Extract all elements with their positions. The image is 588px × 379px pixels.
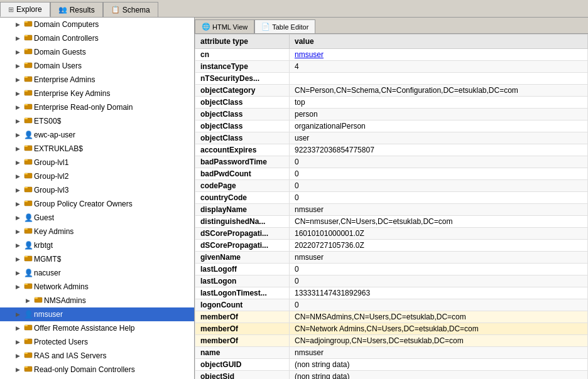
table-row[interactable]: givenNamenmsuser (195, 252, 588, 264)
tree-item-nacuser[interactable]: ▶👤nacuser (0, 266, 194, 280)
table-row[interactable]: accountExpires9223372036854775807 (195, 144, 588, 156)
attr-cell: givenName (195, 252, 290, 264)
expand-arrow-icon[interactable]: ▶ (13, 228, 23, 235)
value-cell[interactable]: nmsuser (290, 49, 588, 61)
tree-item-group-policy-creator-owners[interactable]: ▶Group Policy Creator Owners (0, 197, 194, 211)
tree-item-ewc-ap-user[interactable]: ▶👤ewc-ap-user (0, 128, 194, 142)
table-row[interactable]: objectGUID(non string data) (195, 359, 588, 371)
expand-arrow-icon[interactable]: ▶ (13, 284, 23, 290)
attr-cell: instanceType (195, 61, 290, 73)
table-row[interactable]: memberOfCN=NMSAdmins,CN=Users,DC=etsukla… (195, 311, 588, 323)
tab-schema[interactable]: 📋 Schema (103, 2, 158, 17)
tree-item-domain-users[interactable]: ▶Domain Users (0, 59, 194, 73)
attr-cell: objectClass (195, 97, 290, 109)
expand-arrow-icon[interactable]: ▶ (13, 118, 23, 124)
table-row[interactable]: badPasswordTime0 (195, 156, 588, 168)
tree-item-group-lvl2[interactable]: ▶Group-lvl2 (0, 169, 194, 183)
tab-html-view-label: HTML View (212, 23, 248, 31)
table-container[interactable]: attribute type value cnnmsuserinstanceTy… (195, 34, 588, 379)
tree-item-mgmt[interactable]: ▶MGMT$ (0, 252, 194, 266)
expand-arrow-icon[interactable]: ▶ (13, 201, 23, 207)
item-type-icon (33, 296, 44, 306)
tab-results[interactable]: 👥 Results (50, 2, 103, 17)
table-row[interactable]: lastLogoff0 (195, 264, 588, 275)
table-row[interactable]: objectClassperson (195, 109, 588, 120)
tree-container[interactable]: ▶Domain Computers▶Domain Controllers▶Dom… (0, 18, 194, 379)
expand-arrow-icon[interactable]: ▶ (13, 146, 23, 152)
expand-arrow-icon[interactable]: ▶ (13, 353, 23, 359)
expand-arrow-icon[interactable]: ▶ (13, 21, 23, 28)
table-row[interactable]: objectClassuser (195, 132, 588, 144)
table-row[interactable]: dSCorePropagati...20220727105736.0Z (195, 240, 588, 252)
table-row[interactable]: objectCategoryCN=Person,CN=Schema,CN=Con… (195, 85, 588, 97)
table-row[interactable]: displayNamenmsuser (195, 204, 588, 216)
tree-item-enterprise-admins[interactable]: ▶Enterprise Admins (0, 73, 194, 87)
table-row[interactable]: lastLogon0 (195, 275, 588, 287)
tree-item-protected-users[interactable]: ▶Protected Users (0, 335, 194, 349)
table-row[interactable]: cnnmsuser (195, 49, 588, 61)
expand-arrow-icon[interactable]: ▶ (23, 297, 33, 304)
right-panel: 🌐 HTML View 📄 Table Editor attribute typ… (195, 18, 588, 379)
tree-item-group-lvl3[interactable]: ▶Group-lvl3 (0, 183, 194, 197)
expand-arrow-icon[interactable]: ▶ (13, 311, 23, 318)
tree-item-ets00[interactable]: ▶ETS00$ (0, 114, 194, 128)
expand-arrow-icon[interactable]: ▶ (13, 215, 23, 221)
expand-arrow-icon[interactable]: ▶ (13, 90, 23, 97)
table-row[interactable]: objectClassorganizationalPerson (195, 120, 588, 132)
expand-arrow-icon[interactable]: ▶ (13, 77, 23, 83)
expand-arrow-icon[interactable]: ▶ (13, 270, 23, 276)
table-row[interactable]: objectSid(non string data) (195, 371, 588, 380)
tree-item-domain-controllers[interactable]: ▶Domain Controllers (0, 31, 194, 45)
table-row[interactable]: lastLogonTimest...133331147431892963 (195, 287, 588, 299)
tree-item-enterprise-key-admins[interactable]: ▶Enterprise Key Admins (0, 87, 194, 100)
tree-item-extruklab[interactable]: ▶EXTRUKLAB$ (0, 142, 194, 156)
attr-cell: objectClass (195, 132, 290, 144)
tree-item-network-admins[interactable]: ▶Network Admins (0, 280, 194, 294)
tree-item-enterprise-readonly-domain[interactable]: ▶Enterprise Read-only Domain (0, 100, 194, 114)
attr-cell: badPwdCount (195, 168, 290, 180)
tree-item-root[interactable]: ▶👤root (0, 376, 194, 379)
expand-arrow-icon[interactable]: ▶ (13, 159, 23, 166)
tab-explore[interactable]: ⊞ Explore (0, 2, 50, 17)
expand-arrow-icon[interactable]: ▶ (13, 63, 23, 69)
attr-cell: logonCount (195, 299, 290, 311)
expand-arrow-icon[interactable]: ▶ (13, 325, 23, 331)
table-row[interactable]: logonCount0 (195, 299, 588, 311)
expand-arrow-icon[interactable]: ▶ (13, 187, 23, 193)
expand-arrow-icon[interactable]: ▶ (13, 366, 23, 373)
table-row[interactable]: codePage0 (195, 180, 588, 192)
table-row[interactable]: countryCode0 (195, 192, 588, 204)
tree-item-readonly-domain-controllers[interactable]: ▶Read-only Domain Controllers (0, 363, 194, 376)
table-row[interactable]: badPwdCount0 (195, 168, 588, 180)
tree-item-krbtgt[interactable]: ▶👤krbtgt (0, 238, 194, 252)
table-row[interactable]: dSCorePropagati...16010101000001.0Z (195, 228, 588, 240)
tree-item-ras-ias-servers[interactable]: ▶RAS and IAS Servers (0, 349, 194, 363)
expand-arrow-icon[interactable]: ▶ (13, 242, 23, 248)
expand-arrow-icon[interactable]: ▶ (13, 104, 23, 110)
left-panel: ▶Domain Computers▶Domain Controllers▶Dom… (0, 18, 195, 379)
expand-arrow-icon[interactable]: ▶ (13, 173, 23, 179)
tree-item-offer-remote[interactable]: ▶Offer Remote Assistance Help (0, 321, 194, 335)
table-row[interactable]: nTSecurityDes... (195, 73, 588, 85)
tree-item-group-lvl1[interactable]: ▶Group-lvl1 (0, 156, 194, 169)
table-row[interactable]: memberOfCN=adjoingroup,CN=Users,DC=etsuk… (195, 335, 588, 347)
table-row[interactable]: distinguishedNa...CN=nmsuser,CN=Users,DC… (195, 216, 588, 228)
tree-item-nmsadmins[interactable]: ▶NMSAdmins (0, 294, 194, 307)
table-row[interactable]: memberOfCN=Network Admins,CN=Users,DC=et… (195, 323, 588, 335)
tree-item-domain-computers[interactable]: ▶Domain Computers (0, 18, 194, 31)
tab-table-editor[interactable]: 📄 Table Editor (254, 19, 315, 33)
expand-arrow-icon[interactable]: ▶ (13, 132, 23, 138)
tree-item-guest[interactable]: ▶👤Guest (0, 211, 194, 225)
table-row[interactable]: namenmsuser (195, 347, 588, 359)
table-row[interactable]: instanceType4 (195, 61, 588, 73)
expand-arrow-icon[interactable]: ▶ (13, 35, 23, 41)
tab-html-view[interactable]: 🌐 HTML View (195, 19, 254, 33)
tree-item-key-admins[interactable]: ▶Key Admins (0, 225, 194, 238)
tree-item-domain-guests[interactable]: ▶Domain Guests (0, 45, 194, 59)
expand-arrow-icon[interactable]: ▶ (13, 49, 23, 55)
tree-item-nmsuser[interactable]: ▶👤nmsuser (0, 307, 194, 321)
expand-arrow-icon[interactable]: ▶ (13, 256, 23, 262)
table-row[interactable]: objectClasstop (195, 97, 588, 109)
expand-arrow-icon[interactable]: ▶ (13, 339, 23, 345)
tree-item-label: Offer Remote Assistance Help (34, 324, 135, 333)
